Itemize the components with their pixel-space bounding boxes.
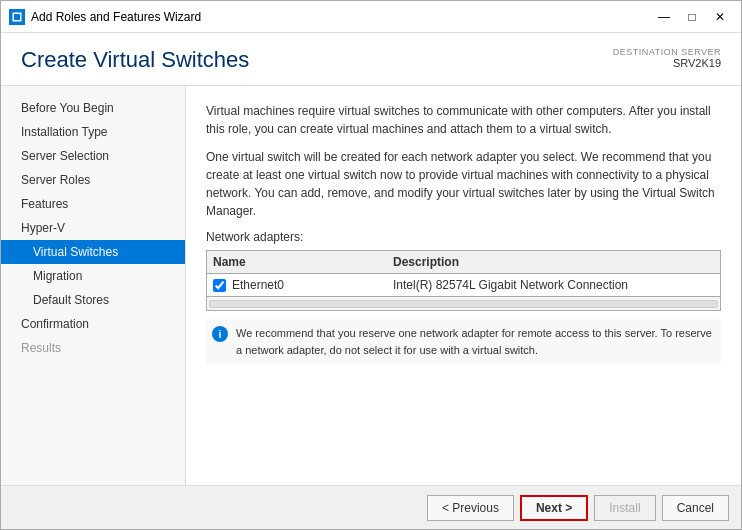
dest-server-name: SRV2K19 (613, 57, 721, 69)
sidebar-item-migration[interactable]: Migration (1, 264, 185, 288)
adapter-description-cell: Intel(R) 82574L Gigabit Network Connecti… (393, 278, 714, 292)
previous-button[interactable]: < Previous (427, 495, 514, 521)
close-button[interactable]: ✕ (707, 6, 733, 28)
sidebar-item-server-roles[interactable]: Server Roles (1, 168, 185, 192)
sidebar-item-virtual-switches[interactable]: Virtual Switches (1, 240, 185, 264)
sidebar-item-results: Results (1, 336, 185, 360)
paragraph-2: One virtual switch will be created for e… (206, 148, 721, 220)
sidebar-item-features[interactable]: Features (1, 192, 185, 216)
table-row: Ethernet0 Intel(R) 82574L Gigabit Networ… (207, 274, 720, 296)
page-title: Create Virtual Switches (21, 47, 249, 73)
page-header: Create Virtual Switches DESTINATION SERV… (1, 33, 741, 86)
sidebar-item-before-you-begin[interactable]: Before You Begin (1, 96, 185, 120)
sidebar: Before You Begin Installation Type Serve… (1, 86, 186, 485)
sidebar-item-confirmation[interactable]: Confirmation (1, 312, 185, 336)
table-scrollbar (207, 296, 720, 310)
install-button: Install (594, 495, 655, 521)
title-bar: Add Roles and Features Wizard — □ ✕ (1, 1, 741, 33)
adapter-checkbox[interactable] (213, 279, 226, 292)
network-adapters-label: Network adapters: (206, 230, 721, 244)
main-content: Before You Begin Installation Type Serve… (1, 86, 741, 485)
table-header: Name Description (207, 251, 720, 274)
maximize-button[interactable]: □ (679, 6, 705, 28)
adapter-name-cell: Ethernet0 (213, 278, 393, 292)
col-header-name: Name (213, 255, 393, 269)
dest-server-label: DESTINATION SERVER (613, 47, 721, 57)
adapter-name: Ethernet0 (232, 278, 284, 292)
next-button[interactable]: Next > (520, 495, 588, 521)
paragraph-1: Virtual machines require virtual switche… (206, 102, 721, 138)
sidebar-item-hyper-v[interactable]: Hyper-V (1, 216, 185, 240)
col-header-description: Description (393, 255, 714, 269)
app-icon (9, 9, 25, 25)
info-text: We recommend that you reserve one networ… (236, 325, 715, 358)
destination-server: DESTINATION SERVER SRV2K19 (613, 47, 721, 69)
window-controls: — □ ✕ (651, 6, 733, 28)
sidebar-item-installation-type[interactable]: Installation Type (1, 120, 185, 144)
minimize-button[interactable]: — (651, 6, 677, 28)
main-window: Add Roles and Features Wizard — □ ✕ Crea… (0, 0, 742, 530)
footer: < Previous Next > Install Cancel (1, 485, 741, 529)
sidebar-item-default-stores[interactable]: Default Stores (1, 288, 185, 312)
svg-rect-1 (14, 14, 20, 20)
info-icon: i (212, 326, 228, 342)
info-bar: i We recommend that you reserve one netw… (206, 319, 721, 364)
cancel-button[interactable]: Cancel (662, 495, 729, 521)
scrollbar-track[interactable] (209, 300, 718, 308)
window-title: Add Roles and Features Wizard (31, 10, 651, 24)
content-area: Virtual machines require virtual switche… (186, 86, 741, 485)
network-adapters-table: Name Description Ethernet0 Intel(R) 8257… (206, 250, 721, 311)
sidebar-item-server-selection[interactable]: Server Selection (1, 144, 185, 168)
